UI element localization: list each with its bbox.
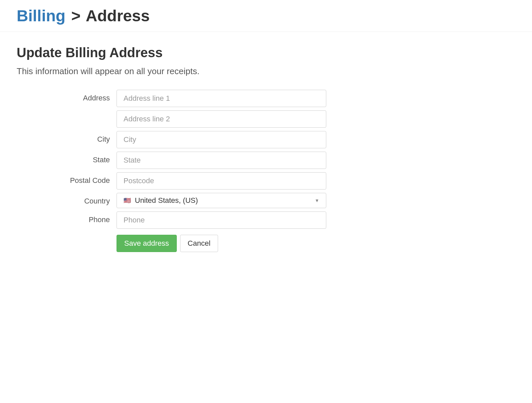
state-label: State [17, 152, 117, 164]
country-select[interactable]: 🇺🇸 United States, (US) ▼ [117, 193, 326, 208]
cancel-button[interactable]: Cancel [180, 235, 218, 252]
country-row: Country 🇺🇸 United States, (US) ▼ [17, 193, 515, 208]
state-input[interactable] [117, 152, 326, 169]
address-label: Address [17, 90, 117, 102]
breadcrumb-current: Address [86, 7, 150, 25]
city-label: City [17, 131, 117, 144]
phone-input[interactable] [117, 211, 326, 229]
city-input[interactable] [117, 131, 326, 148]
address-line1-input[interactable] [117, 90, 326, 107]
postal-code-row: Postal Code [17, 172, 515, 190]
chevron-down-icon: ▼ [315, 198, 319, 203]
city-row: City [17, 131, 515, 148]
breadcrumb: Billing > Address [0, 0, 532, 32]
save-address-button[interactable]: Save address [117, 235, 177, 252]
breadcrumb-separator: > [71, 7, 81, 25]
page-title: Update Billing Address [17, 45, 515, 60]
postal-code-input[interactable] [117, 172, 326, 190]
breadcrumb-parent-link[interactable]: Billing [17, 7, 66, 25]
country-selected-value: United States, (US) [135, 196, 198, 205]
postal-code-label: Postal Code [17, 172, 117, 185]
address-row: Address [17, 90, 515, 128]
phone-label: Phone [17, 211, 117, 224]
page-subtitle: This information will appear on all your… [17, 66, 515, 76]
phone-row: Phone [17, 211, 515, 229]
address-line2-input[interactable] [117, 110, 326, 128]
button-row-container: Save address Cancel [17, 232, 515, 252]
state-row: State [17, 152, 515, 169]
flag-icon: 🇺🇸 [124, 198, 131, 203]
country-label: Country [17, 193, 117, 205]
